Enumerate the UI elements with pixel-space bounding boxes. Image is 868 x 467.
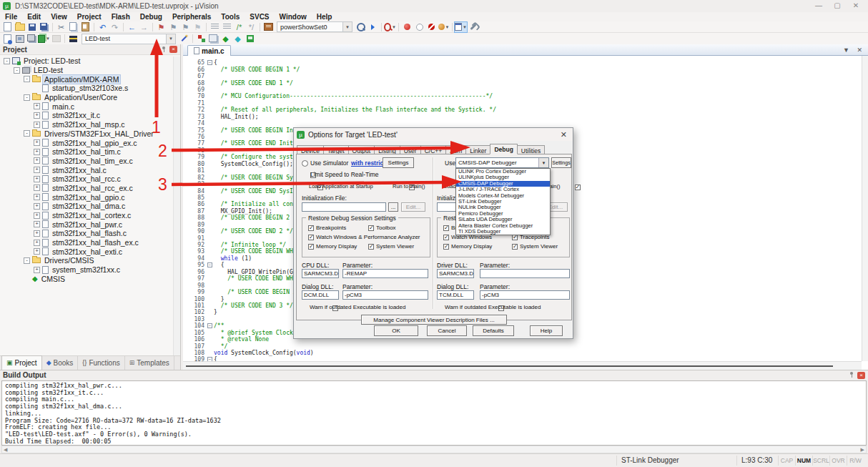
pack-installer-icon[interactable] — [244, 34, 256, 44]
tree-item-stm32f1xx-hal-gpio-ex-c[interactable]: +stm32f1xx_hal_gpio_ex.c — [0, 138, 174, 147]
menu-peripherals[interactable]: Peripherals — [167, 12, 216, 21]
dialog-parameter-input-right[interactable]: -pCM3 — [480, 290, 570, 300]
menu-project[interactable]: Project — [72, 12, 107, 21]
debugger-combo[interactable]: CMSIS-DAP Debugger ▼ — [455, 157, 549, 168]
dialog-tab-debug[interactable]: Debug — [490, 144, 517, 154]
expand-icon[interactable]: + — [34, 240, 40, 246]
build-output-scrollbar[interactable]: ◀ ▶ — [1, 446, 867, 453]
bookmark-clear-all-icon[interactable]: ⚑ — [192, 22, 204, 32]
bookmark-next-icon[interactable]: ⚑ — [179, 22, 192, 32]
download-to-flash-icon[interactable] — [67, 34, 79, 44]
tree-item-project-led-test[interactable]: -Project: LED-test — [0, 56, 174, 66]
dialog-close-icon[interactable]: ✕ — [558, 130, 570, 139]
undo-icon[interactable]: ↶ — [97, 22, 109, 32]
simulator-settings-button[interactable]: Settings — [383, 157, 414, 168]
tree-item-application-mdk-arm[interactable]: -Application/MDK-ARM — [0, 74, 174, 84]
checkbox[interactable] — [443, 244, 449, 250]
enable-breakpoint-icon[interactable] — [413, 22, 425, 32]
pin-icon[interactable] — [161, 46, 167, 53]
collapse-icon[interactable]: - — [24, 257, 30, 264]
outdent-icon[interactable] — [221, 22, 233, 32]
rebuild-all-icon[interactable] — [26, 34, 38, 44]
panel-tab-project[interactable]: ▣Project — [1, 355, 42, 370]
panel-tab-templates[interactable]: ⊞Templates — [125, 356, 174, 370]
checkbox[interactable] — [368, 244, 374, 250]
select-software-packs-icon[interactable]: ◆ — [232, 34, 244, 44]
expand-icon[interactable]: + — [34, 230, 40, 237]
cpu-parameter-input[interactable]: -REMAP — [342, 269, 428, 278]
expand-icon[interactable]: + — [34, 139, 40, 146]
use-simulator-radio[interactable] — [302, 160, 308, 167]
fold-collapse-icon[interactable]: − — [207, 323, 214, 328]
chevron-down-icon[interactable]: ▼ — [342, 22, 352, 31]
tree-item-stm32f1xx-hal-tim-ex-c[interactable]: +stm32f1xx_hal_tim_ex.c — [0, 157, 174, 166]
tree-item-stm32f1xx-hal-rcc-ex-c[interactable]: +stm32f1xx_hal_rcc_ex.c — [0, 184, 174, 193]
configure-icon[interactable] — [467, 22, 479, 32]
checkbox[interactable] — [308, 235, 314, 240]
expand-icon[interactable]: + — [34, 103, 40, 109]
batch-build-icon[interactable]: ▼ — [38, 34, 50, 44]
editor-vertical-scrollbar[interactable] — [862, 56, 868, 361]
incremental-find-icon[interactable] — [367, 22, 379, 32]
panel-tab-books[interactable]: ◆Books — [42, 356, 79, 370]
close-panel-icon[interactable]: × — [169, 46, 177, 53]
file-extensions-icon[interactable] — [207, 34, 220, 44]
debugger-settings-button[interactable]: Settings — [551, 157, 571, 168]
menu-tools[interactable]: Tools — [216, 12, 245, 21]
save-icon[interactable] — [26, 22, 38, 32]
open-folder-icon[interactable] — [14, 22, 26, 32]
fold-collapse-icon[interactable]: − — [207, 262, 214, 267]
manage-project-items-icon[interactable] — [195, 34, 207, 44]
menu-help[interactable]: Help — [312, 12, 337, 21]
tree-item-system-stm32f1xx-c[interactable]: +system_stm32f1xx.c — [0, 265, 174, 275]
options-for-target-wand-icon[interactable] — [178, 34, 190, 44]
collapse-icon[interactable]: - — [24, 130, 30, 137]
tree-item-stm32f1xx-hal-flash-c[interactable]: +stm32f1xx_hal_flash.c — [0, 229, 174, 238]
tree-item-main-c[interactable]: +main.c — [0, 102, 174, 111]
close-panel-icon[interactable]: × — [857, 372, 865, 379]
debugger-option[interactable]: TI XDS Debugger — [456, 229, 550, 235]
tree-item-led-test[interactable]: -LED-test — [0, 66, 174, 75]
expand-icon[interactable]: + — [34, 157, 40, 164]
tree-item-stm32f1xx-hal-flash-ex-c[interactable]: +stm32f1xx_hal_flash_ex.c — [0, 238, 174, 247]
run-to-main-checkbox-right[interactable] — [575, 185, 581, 190]
save-all-icon[interactable] — [38, 22, 50, 32]
cancel-button[interactable]: Cancel — [427, 325, 467, 336]
defaults-button[interactable]: Defaults — [473, 325, 514, 336]
navigate-forward-icon[interactable]: → — [138, 22, 150, 32]
tree-item-stm32f1xx-hal-dma-c[interactable]: +stm32f1xx_hal_dma.c — [0, 202, 174, 211]
dialog-title-bar[interactable]: µ Options for Target 'LED-test' ✕ — [294, 128, 573, 141]
driver-parameter-input[interactable] — [480, 269, 570, 278]
cut-icon[interactable]: ✂ — [55, 22, 67, 32]
tab-main-c[interactable]: main.c — [187, 45, 231, 56]
expand-icon[interactable]: + — [34, 185, 40, 191]
checkbox[interactable] — [443, 225, 449, 231]
expand-icon[interactable]: + — [34, 122, 40, 128]
copy-icon[interactable] — [67, 22, 79, 32]
build-output-log[interactable]: compiling stm32f1xx_hal_pwr.c...compilin… — [1, 380, 867, 446]
close-button[interactable]: ✕ — [847, 0, 865, 12]
manage-component-viewer-button[interactable]: Manage Component Viewer Description File… — [361, 315, 507, 325]
indent-icon[interactable] — [209, 22, 221, 32]
expand-icon[interactable]: + — [34, 176, 40, 182]
expand-icon[interactable]: + — [34, 248, 40, 255]
fold-collapse-icon[interactable]: − — [207, 60, 214, 65]
collapse-icon[interactable]: - — [14, 67, 20, 74]
expand-icon[interactable]: + — [34, 203, 40, 210]
menu-view[interactable]: View — [46, 12, 72, 21]
bookmark-toggle-icon[interactable]: ⚑ — [155, 22, 167, 32]
dialog-parameter-input[interactable]: -pCM3 — [342, 290, 428, 300]
menu-debug[interactable]: Debug — [135, 12, 167, 21]
tab-list-dropdown-icon[interactable]: ▼ — [843, 46, 849, 54]
checkbox[interactable] — [308, 225, 314, 231]
close-tab-icon[interactable]: ✕ — [857, 46, 862, 54]
target-select-combo[interactable]: LED-test ▼ — [82, 34, 176, 44]
scroll-right-icon[interactable]: ▶ — [861, 446, 864, 453]
tree-item-stm32f1xx-hal-c[interactable]: +stm32f1xx_hal.c — [0, 165, 174, 174]
insert-breakpoint-icon[interactable] — [401, 22, 413, 32]
quick-find-icon[interactable]: ▼ — [384, 22, 396, 32]
pin-icon[interactable] — [849, 372, 854, 378]
maximize-button[interactable]: ▢ — [828, 0, 847, 12]
driver-dll-input[interactable]: SARMCM3.DLL — [437, 269, 474, 278]
editor-horizontal-scrollbar[interactable] — [183, 361, 862, 370]
